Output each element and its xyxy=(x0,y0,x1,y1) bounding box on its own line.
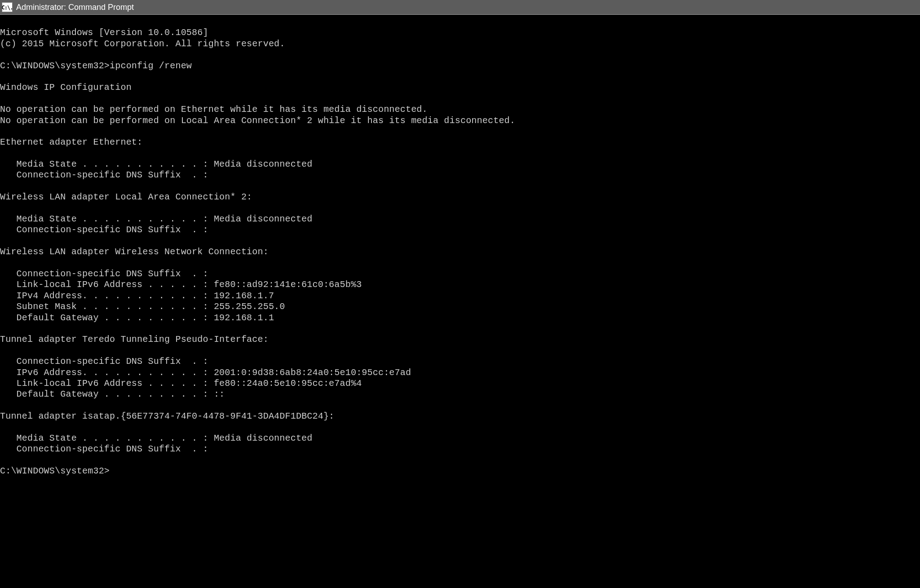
output-line: IPv4 Address. . . . . . . . . . . : 192.… xyxy=(0,291,274,301)
output-line: Microsoft Windows [Version 10.0.10586] xyxy=(0,27,208,38)
output-line: Tunnel adapter isatap.{56E77374-74F0-447… xyxy=(0,411,334,421)
output-line: No operation can be performed on Local A… xyxy=(0,115,515,126)
output-line: Tunnel adapter Teredo Tunneling Pseudo-I… xyxy=(0,334,269,345)
output-line: Connection-specific DNS Suffix . : xyxy=(0,225,208,235)
output-line: No operation can be performed on Etherne… xyxy=(0,104,428,115)
output-line: Subnet Mask . . . . . . . . . . . : 255.… xyxy=(0,301,285,312)
output-line: Connection-specific DNS Suffix . : xyxy=(0,170,208,180)
output-line: Link-local IPv6 Address . . . . . : fe80… xyxy=(0,378,362,389)
output-line: Default Gateway . . . . . . . . . : :: xyxy=(0,389,225,399)
window-titlebar[interactable]: C:\. Administrator: Command Prompt xyxy=(0,0,920,15)
output-line: Media State . . . . . . . . . . . : Medi… xyxy=(0,214,313,224)
output-line: Connection-specific DNS Suffix . : xyxy=(0,356,208,367)
terminal-output[interactable]: Microsoft Windows [Version 10.0.10586] (… xyxy=(0,15,920,477)
output-line: Connection-specific DNS Suffix . : xyxy=(0,269,208,279)
output-line: Media State . . . . . . . . . . . : Medi… xyxy=(0,433,313,443)
output-line: (c) 2015 Microsoft Corporation. All righ… xyxy=(0,39,285,49)
output-line: Windows IP Configuration xyxy=(0,82,132,93)
prompt-line: C:\WINDOWS\system32>ipconfig /renew xyxy=(0,61,192,71)
output-line: Default Gateway . . . . . . . . . : 192.… xyxy=(0,313,274,323)
output-line: Connection-specific DNS Suffix . : xyxy=(0,444,208,454)
output-line: Wireless LAN adapter Local Area Connecti… xyxy=(0,192,252,202)
cmd-icon: C:\. xyxy=(2,2,13,12)
output-line: Ethernet adapter Ethernet: xyxy=(0,137,142,147)
output-line: Wireless LAN adapter Wireless Network Co… xyxy=(0,247,269,257)
window-title: Administrator: Command Prompt xyxy=(16,3,134,12)
output-line: Link-local IPv6 Address . . . . . : fe80… xyxy=(0,279,362,290)
output-line: IPv6 Address. . . . . . . . . . . : 2001… xyxy=(0,367,411,378)
prompt-line[interactable]: C:\WINDOWS\system32> xyxy=(0,466,110,476)
output-line: Media State . . . . . . . . . . . : Medi… xyxy=(0,159,313,169)
